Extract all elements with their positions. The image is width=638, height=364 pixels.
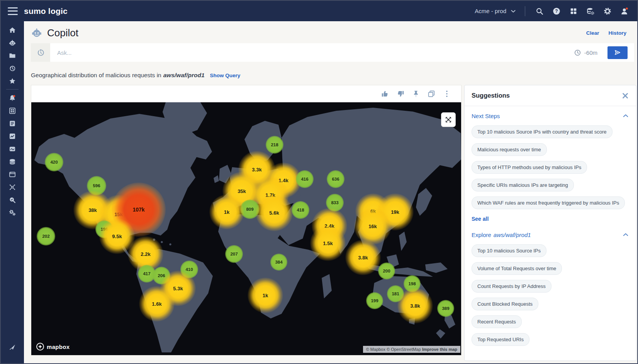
map-bubble[interactable]: 1.5k bbox=[310, 225, 346, 261]
map-bubble[interactable]: 5.6k bbox=[256, 194, 293, 231]
administration-icon[interactable] bbox=[1, 206, 24, 219]
prompt-history-icon[interactable] bbox=[31, 43, 50, 62]
suggestion-chip[interactable]: Specific URIs malicious IPs are targetin… bbox=[472, 179, 574, 191]
geo-map[interactable]: 42059638k15k107k1969.5k2022.2k4172064105… bbox=[31, 102, 461, 355]
alerts-icon[interactable] bbox=[1, 91, 24, 104]
map-bubble[interactable]: 420 bbox=[45, 153, 63, 171]
thumbs-down-icon[interactable] bbox=[396, 90, 405, 98]
favorites-icon[interactable] bbox=[1, 74, 24, 87]
fullscreen-expand-button[interactable] bbox=[441, 112, 456, 127]
dashboards-icon[interactable] bbox=[1, 104, 24, 117]
bubble-value: 416 bbox=[301, 177, 308, 181]
bubble-value: 5.3k bbox=[173, 286, 183, 291]
bubble-value: 3.8k bbox=[358, 255, 368, 261]
suggestion-chip[interactable]: Count Requests by IP Address bbox=[472, 280, 551, 293]
see-all-link[interactable]: See all bbox=[472, 216, 489, 222]
time-range-picker[interactable]: -60m bbox=[574, 49, 597, 56]
map-bubble[interactable]: 384 bbox=[270, 254, 287, 271]
suggestion-chip[interactable]: Volume of Total Requests over time bbox=[472, 262, 562, 275]
map-bubble[interactable]: 416 bbox=[296, 170, 314, 188]
suggestion-chip[interactable]: Top 10 malicious Source IPs with country… bbox=[472, 125, 613, 138]
clock-icon bbox=[574, 49, 581, 56]
suggestions-header: Suggestions bbox=[465, 85, 636, 106]
map-bubble[interactable]: 636 bbox=[327, 170, 344, 188]
copilot-header: Copilot Clear History bbox=[31, 25, 632, 41]
suggestion-chip[interactable]: Types of HTTP methods used by malicious … bbox=[472, 161, 587, 174]
bubble-value: 1k bbox=[224, 209, 229, 215]
map-bubble[interactable]: 418 bbox=[292, 201, 309, 219]
data-management-icon[interactable] bbox=[585, 5, 596, 17]
chevron-up-icon[interactable] bbox=[622, 112, 629, 119]
apps-icon[interactable] bbox=[568, 5, 579, 17]
copilot-icon[interactable] bbox=[1, 36, 24, 49]
ask-input[interactable] bbox=[50, 49, 574, 56]
next-steps-title: Next Steps bbox=[472, 113, 500, 119]
map-bubble[interactable]: 218 bbox=[266, 136, 283, 154]
explore-chips: Top 10 malicious Source IPsVolume of Tot… bbox=[472, 244, 629, 346]
map-bubble[interactable]: 3.8k bbox=[345, 240, 381, 275]
map-bubble[interactable]: 1k bbox=[209, 195, 244, 229]
query-text: Geographical distribution of malicious r… bbox=[31, 72, 205, 79]
suggestion-chip[interactable]: Top 10 malicious Source IPs bbox=[472, 244, 546, 257]
history-button[interactable]: History bbox=[608, 30, 626, 36]
show-query-link[interactable]: Show Query bbox=[210, 73, 241, 78]
chevron-up-icon[interactable] bbox=[622, 231, 629, 238]
map-bubble[interactable]: 207 bbox=[225, 245, 243, 263]
thumbs-up-icon[interactable] bbox=[381, 90, 389, 98]
bubble-value: 833 bbox=[331, 200, 338, 205]
map-bubble[interactable]: 1k bbox=[248, 278, 283, 313]
svg-text:?: ? bbox=[555, 8, 558, 14]
copilot-robot-icon bbox=[31, 27, 42, 39]
search-icon[interactable] bbox=[534, 5, 545, 17]
suggestion-chip[interactable]: Which WAF rules are most frequently trig… bbox=[472, 196, 625, 209]
recents-icon[interactable] bbox=[1, 62, 24, 74]
data-icon[interactable] bbox=[1, 155, 24, 168]
map-bubble[interactable]: 16k bbox=[354, 208, 391, 245]
map-bubble[interactable]: 389 bbox=[437, 300, 454, 317]
clear-button[interactable]: Clear bbox=[586, 30, 599, 36]
suggestion-chip[interactable]: Malicious requests over time bbox=[472, 143, 547, 156]
apm-icon[interactable] bbox=[1, 142, 24, 155]
account-icon[interactable] bbox=[619, 5, 630, 17]
result-card: 42059638k15k107k1969.5k2022.2k4172064105… bbox=[31, 85, 462, 356]
map-bubble[interactable]: 3.8k bbox=[397, 288, 433, 323]
collection-icon[interactable] bbox=[1, 168, 24, 181]
copy-icon[interactable] bbox=[427, 90, 436, 98]
service-map-icon[interactable] bbox=[1, 181, 24, 193]
hamburger-menu-icon[interactable] bbox=[8, 7, 18, 15]
result-toolbar bbox=[31, 85, 461, 102]
home-icon[interactable] bbox=[1, 24, 24, 36]
suggestion-chip[interactable]: Recent Requests bbox=[472, 315, 522, 328]
suggestion-chip[interactable]: Count Blocked Requests bbox=[472, 298, 538, 310]
map-bubble[interactable]: 1.6k bbox=[139, 286, 175, 322]
map-bubble[interactable]: 202 bbox=[37, 227, 55, 245]
explore-title: Exploreaws/waf/prod1 bbox=[472, 232, 531, 238]
send-feedback-icon[interactable] bbox=[1, 340, 24, 353]
bubble-value: 198 bbox=[408, 281, 416, 286]
page-title: Copilot bbox=[47, 27, 78, 39]
send-button[interactable] bbox=[607, 46, 628, 59]
log-search-icon[interactable] bbox=[1, 117, 24, 130]
pin-icon[interactable] bbox=[412, 90, 420, 98]
query-source: aws/waf/prod1 bbox=[163, 72, 205, 78]
bubble-value: 202 bbox=[42, 234, 49, 239]
map-bubble[interactable]: 199 bbox=[366, 292, 383, 309]
metrics-icon[interactable] bbox=[1, 130, 24, 142]
suggestion-chip[interactable]: Top Requested URIs bbox=[472, 333, 529, 346]
suggestions-title: Suggestions bbox=[472, 92, 510, 99]
kebab-menu-icon[interactable] bbox=[443, 90, 451, 98]
map-bubble[interactable]: 200 bbox=[378, 262, 395, 279]
improve-map-link[interactable]: Improve this map bbox=[422, 347, 457, 352]
folder-icon[interactable] bbox=[1, 49, 24, 62]
attribution-links[interactable]: © Mapbox © OpenStreetMap bbox=[366, 347, 421, 352]
org-switcher[interactable]: Acme - prod bbox=[475, 8, 516, 14]
mapbox-logo[interactable]: mapbox bbox=[36, 342, 70, 351]
search-audit-icon[interactable] bbox=[1, 193, 24, 206]
bubble-value: 596 bbox=[93, 183, 100, 188]
bubble-value: 418 bbox=[297, 208, 304, 212]
explore-source: aws/waf/prod1 bbox=[494, 232, 531, 238]
help-icon[interactable]: ? bbox=[551, 5, 562, 17]
close-icon[interactable] bbox=[621, 92, 629, 100]
settings-icon[interactable] bbox=[602, 5, 613, 17]
bubble-value: 809 bbox=[246, 207, 253, 212]
